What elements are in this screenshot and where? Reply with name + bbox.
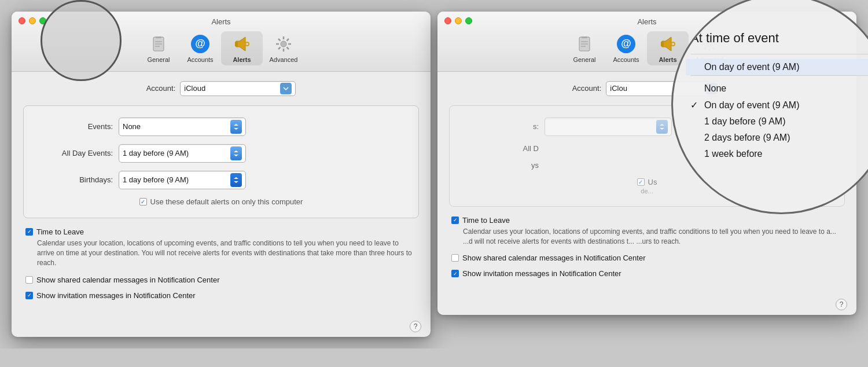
birthdays-select[interactable]: 1 day before (9 AM) — [119, 171, 246, 189]
shared-calendar-title-right: Show shared calendar messages in Notific… — [462, 254, 646, 262]
allday-select[interactable]: 1 day before (9 AM) — [119, 144, 246, 163]
minimize-button-right[interactable] — [455, 17, 462, 24]
window-title-right: Alerts — [637, 17, 656, 31]
allday-arrow — [230, 146, 242, 160]
settings-allday-row-right: All D — [464, 144, 830, 153]
time-to-leave-feature-right: Time to Leave Calendar uses your locatio… — [451, 216, 843, 247]
invitation-messages-feature-right: Show invitation messages in Notification… — [451, 269, 843, 278]
time-to-leave-desc: Calendar uses your location, locations o… — [25, 238, 417, 269]
window-footer-left: ? — [12, 318, 431, 337]
window-body-right: Account: iClou s: — [437, 72, 856, 297]
shared-calendar-title: Show shared calendar messages in Notific… — [36, 276, 220, 284]
svg-point-8 — [281, 41, 286, 47]
default-alerts-checkbox-right[interactable] — [637, 178, 645, 186]
birthdays-label-right: ys — [464, 161, 539, 170]
settings-birthdays-row: Birthdays: 1 day before (9 AM) — [38, 171, 404, 189]
window-title-left: Alerts — [211, 17, 230, 31]
shared-calendar-header: Show shared calendar messages in Notific… — [25, 276, 417, 284]
shared-calendar-feature: Show shared calendar messages in Notific… — [25, 276, 417, 284]
features-section-right: Time to Leave Calendar uses your locatio… — [449, 216, 845, 278]
birthdays-label: Birthdays: — [38, 175, 113, 184]
toolbar-alerts-label-right: Alerts — [659, 56, 676, 63]
svg-rect-18 — [582, 36, 587, 38]
time-to-leave-checkbox[interactable] — [25, 228, 33, 236]
invitation-messages-feature: Show invitation messages in Notification… — [25, 291, 417, 300]
default-alerts-label-right: Us — [648, 178, 657, 186]
account-value-left: iCloud — [184, 84, 280, 93]
shared-calendar-header-right: Show shared calendar messages in Notific… — [451, 254, 843, 262]
svg-rect-6 — [235, 42, 238, 46]
features-section-left: Time to Leave Calendar uses your locatio… — [23, 227, 419, 300]
toolbar-right: General @ Accounts Alerts — [437, 27, 856, 71]
maximize-button-left[interactable] — [39, 17, 46, 24]
svg-line-13 — [278, 39, 281, 41]
time-to-leave-title-right: Time to Leave — [462, 216, 510, 225]
settings-birthdays-row-right: ys — [464, 161, 830, 170]
settings-events-row: Events: None — [38, 118, 404, 136]
default-alerts-row-right: Us — [464, 178, 830, 186]
time-to-leave-feature: Time to Leave Calendar uses your locatio… — [25, 227, 417, 269]
shared-calendar-feature-right: Show shared calendar messages in Notific… — [451, 254, 843, 262]
toolbar-accounts-right[interactable]: @ Accounts — [605, 31, 647, 65]
default-alerts-row: Use these default alerts on only this co… — [38, 197, 404, 206]
shared-calendar-checkbox[interactable] — [25, 276, 33, 284]
svg-rect-1 — [156, 36, 161, 38]
svg-line-32 — [713, 39, 715, 41]
account-select-arrow-left — [280, 83, 292, 94]
close-button-left[interactable] — [19, 17, 25, 24]
toolbar-general-left[interactable]: General — [138, 31, 179, 65]
window-body-left: Account: iCloud Events: None — [12, 72, 431, 318]
birthdays-value: 1 day before (9 AM) — [123, 175, 230, 184]
account-label-right: Account: — [572, 84, 602, 93]
time-to-leave-header: Time to Leave — [25, 227, 417, 236]
invitation-messages-checkbox-right[interactable] — [451, 270, 459, 277]
toolbar-accounts-label-right: Accounts — [613, 56, 639, 63]
invitation-messages-header: Show invitation messages in Notification… — [25, 291, 417, 300]
general-icon — [148, 34, 169, 54]
help-button-right[interactable]: ? — [836, 299, 847, 310]
account-value-right: iClou — [610, 84, 706, 93]
account-select-left[interactable]: iCloud — [180, 81, 296, 96]
titlebar-right: Alerts General @ Ac — [437, 12, 856, 72]
account-select-right[interactable]: iClou — [606, 81, 722, 96]
at-icon-right: @ — [617, 35, 635, 53]
events-select-right[interactable] — [545, 118, 672, 136]
invitation-messages-checkbox[interactable] — [25, 292, 33, 299]
svg-line-33 — [704, 47, 707, 49]
svg-line-30 — [704, 39, 707, 41]
toolbar-general-right[interactable]: General — [564, 31, 605, 65]
toolbar-advanced-right[interactable]: Advanced — [689, 31, 730, 65]
toolbar-accounts-left[interactable]: @ Accounts — [179, 31, 221, 65]
events-label: Events: — [38, 122, 113, 131]
toolbar-advanced-left[interactable]: Advanced — [263, 31, 304, 65]
toolbar-alerts-left[interactable]: Alerts — [221, 31, 263, 65]
time-to-leave-desc-right: Calendar uses your location, locations o… — [451, 227, 843, 247]
svg-point-7 — [245, 42, 249, 46]
toolbar-alerts-right[interactable]: Alerts — [647, 31, 689, 65]
svg-line-15 — [287, 39, 289, 41]
close-button-right[interactable] — [444, 17, 451, 24]
account-label-left: Account: — [146, 84, 176, 93]
allday-label-right: All D — [464, 144, 539, 153]
maximize-button-right[interactable] — [465, 17, 472, 24]
allday-value: 1 day before (9 AM) — [123, 149, 230, 157]
toolbar-advanced-label-right: Advanced — [696, 56, 724, 63]
minimize-button-left[interactable] — [29, 17, 36, 24]
allday-label: All Day Events: — [38, 149, 113, 157]
advanced-icon-left — [273, 34, 294, 54]
help-button-left[interactable]: ? — [410, 321, 421, 332]
svg-line-31 — [713, 47, 715, 49]
right-window: At time of event On day of event (9 AM) … — [437, 12, 856, 315]
svg-line-14 — [287, 47, 289, 49]
shared-calendar-checkbox-right[interactable] — [451, 254, 459, 262]
coming-soon: de... — [464, 188, 830, 194]
events-select[interactable]: None — [119, 118, 246, 136]
alerts-icon — [231, 34, 252, 54]
time-to-leave-checkbox-right[interactable] — [451, 216, 459, 224]
default-alerts-checkbox[interactable] — [139, 198, 147, 205]
svg-point-25 — [707, 41, 712, 47]
time-to-leave-title: Time to Leave — [36, 227, 84, 236]
toolbar-left: General @ Accounts Alerts — [12, 27, 431, 71]
svg-line-16 — [278, 47, 281, 49]
titlebar-left: Alerts General @ Ac — [12, 12, 431, 72]
